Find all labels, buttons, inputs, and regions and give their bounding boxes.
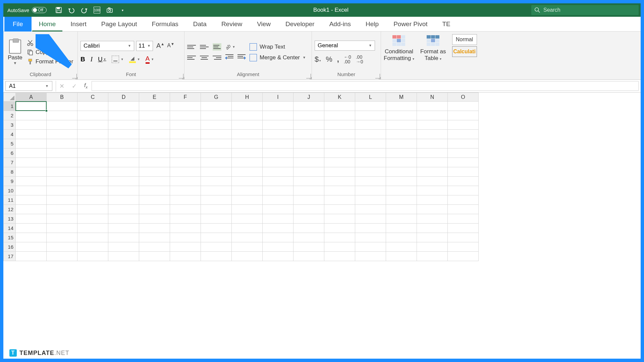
cell[interactable] bbox=[201, 120, 232, 130]
cell[interactable] bbox=[47, 177, 77, 186]
cell[interactable] bbox=[47, 252, 77, 261]
cell[interactable] bbox=[417, 186, 448, 195]
cell[interactable] bbox=[201, 195, 232, 205]
row-header[interactable]: 17 bbox=[4, 252, 16, 261]
cell[interactable] bbox=[324, 224, 355, 233]
cut-button[interactable]: Cut bbox=[27, 40, 73, 46]
save-icon[interactable] bbox=[55, 7, 62, 13]
conditional-formatting-button[interactable]: Conditional Formatting ▾ bbox=[384, 34, 414, 62]
cell[interactable] bbox=[324, 177, 355, 186]
format-as-table-button[interactable]: Format as Table ▾ bbox=[420, 34, 446, 62]
cell[interactable] bbox=[448, 205, 479, 214]
cell[interactable] bbox=[417, 120, 448, 130]
cell[interactable] bbox=[355, 195, 386, 205]
align-right-button[interactable] bbox=[213, 54, 221, 61]
tab-te[interactable]: TE bbox=[435, 17, 458, 32]
cell[interactable] bbox=[448, 195, 479, 205]
cell[interactable] bbox=[263, 139, 293, 148]
font-size-combo[interactable]: 11▼ bbox=[136, 41, 153, 51]
cell[interactable] bbox=[355, 242, 386, 252]
cell[interactable] bbox=[386, 167, 417, 177]
cell[interactable] bbox=[263, 177, 293, 186]
cell[interactable] bbox=[386, 177, 417, 186]
tab-home[interactable]: Home bbox=[32, 17, 63, 32]
cell[interactable] bbox=[201, 186, 232, 195]
cell[interactable] bbox=[355, 139, 386, 148]
cell[interactable] bbox=[77, 252, 108, 261]
cell[interactable] bbox=[139, 242, 170, 252]
cell[interactable] bbox=[355, 167, 386, 177]
row-header[interactable]: 6 bbox=[4, 148, 16, 158]
cell[interactable] bbox=[108, 139, 139, 148]
cell[interactable] bbox=[417, 252, 448, 261]
cell[interactable] bbox=[16, 205, 47, 214]
cell[interactable] bbox=[201, 158, 232, 167]
cell[interactable] bbox=[448, 148, 479, 158]
increase-indent-button[interactable] bbox=[237, 54, 246, 61]
italic-button[interactable]: I bbox=[91, 56, 93, 63]
undo-icon[interactable] bbox=[68, 7, 75, 13]
cell[interactable] bbox=[77, 167, 108, 177]
cell[interactable] bbox=[232, 120, 263, 130]
cell[interactable] bbox=[293, 130, 324, 139]
cell[interactable] bbox=[263, 186, 293, 195]
cell[interactable] bbox=[139, 120, 170, 130]
column-header[interactable]: J bbox=[293, 93, 324, 102]
cell[interactable] bbox=[263, 167, 293, 177]
cell[interactable] bbox=[293, 148, 324, 158]
cell[interactable] bbox=[108, 130, 139, 139]
cell[interactable] bbox=[232, 177, 263, 186]
cell[interactable] bbox=[386, 252, 417, 261]
redo-icon[interactable] bbox=[81, 7, 88, 13]
cell[interactable] bbox=[77, 111, 108, 120]
cell[interactable] bbox=[108, 158, 139, 167]
cell[interactable] bbox=[448, 186, 479, 195]
cell[interactable] bbox=[16, 158, 47, 167]
tab-page-layout[interactable]: Page Layout bbox=[94, 17, 145, 32]
cell[interactable] bbox=[263, 120, 293, 130]
cell[interactable] bbox=[293, 205, 324, 214]
cell[interactable] bbox=[170, 102, 201, 111]
column-header[interactable]: N bbox=[417, 93, 448, 102]
number-format-combo[interactable]: General▼ bbox=[315, 41, 375, 51]
cell[interactable] bbox=[324, 130, 355, 139]
cell[interactable] bbox=[16, 130, 47, 139]
formula-input[interactable] bbox=[92, 81, 639, 91]
column-header[interactable]: D bbox=[108, 93, 139, 102]
cell[interactable] bbox=[417, 102, 448, 111]
cell[interactable] bbox=[77, 242, 108, 252]
cell[interactable] bbox=[108, 111, 139, 120]
row-header[interactable]: 15 bbox=[4, 233, 16, 242]
cell-styles-gallery[interactable]: Normal Calculati bbox=[452, 34, 477, 57]
cell[interactable] bbox=[47, 130, 77, 139]
wrap-text-button[interactable]: Wrap Text bbox=[250, 43, 306, 51]
tab-formulas[interactable]: Formulas bbox=[145, 17, 186, 32]
spreadsheet-grid[interactable]: ABCDEFGHIJKLMNO1234567891011121314151617 bbox=[3, 93, 641, 359]
column-header[interactable]: F bbox=[170, 93, 201, 102]
row-header[interactable]: 1 bbox=[4, 102, 16, 111]
cell[interactable] bbox=[47, 195, 77, 205]
column-header[interactable]: M bbox=[386, 93, 417, 102]
cell[interactable] bbox=[386, 158, 417, 167]
cell[interactable] bbox=[201, 205, 232, 214]
cell[interactable] bbox=[77, 195, 108, 205]
cell[interactable] bbox=[324, 186, 355, 195]
cell[interactable] bbox=[232, 205, 263, 214]
cell[interactable] bbox=[47, 242, 77, 252]
cell[interactable] bbox=[355, 205, 386, 214]
fill-color-button[interactable]: ◢▼ bbox=[129, 55, 140, 63]
cell[interactable] bbox=[232, 167, 263, 177]
align-top-button[interactable] bbox=[187, 43, 196, 51]
cell[interactable] bbox=[201, 233, 232, 242]
row-header[interactable]: 5 bbox=[4, 139, 16, 148]
cell[interactable] bbox=[324, 167, 355, 177]
search-box[interactable]: Search bbox=[531, 5, 639, 15]
cell[interactable] bbox=[47, 205, 77, 214]
copy-button[interactable]: Copy ▼ bbox=[27, 49, 73, 56]
paste-button[interactable]: Paste ▼ bbox=[6, 40, 24, 65]
cell[interactable] bbox=[324, 148, 355, 158]
cell[interactable] bbox=[386, 224, 417, 233]
tab-insert[interactable]: Insert bbox=[63, 17, 94, 32]
cell[interactable] bbox=[77, 186, 108, 195]
cell[interactable] bbox=[293, 195, 324, 205]
